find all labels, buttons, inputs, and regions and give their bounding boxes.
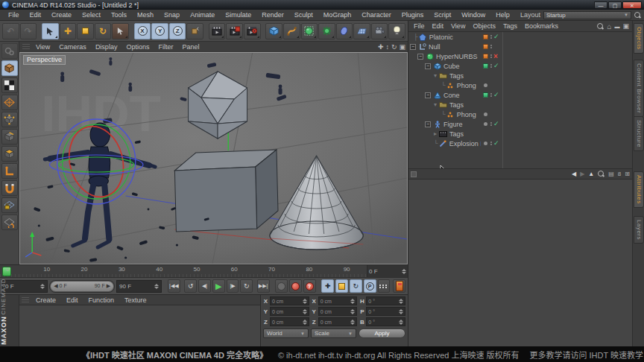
undo-button[interactable]: ↶	[2, 23, 19, 39]
attr-mode-icon[interactable]	[411, 171, 417, 177]
attr-history-icon[interactable]: 8	[618, 171, 621, 177]
view-pan-icon[interactable]: ✚	[378, 43, 384, 51]
add-light-button[interactable]	[388, 23, 405, 39]
close-button[interactable]: ✕	[622, 1, 642, 9]
size-mode-select[interactable]: Scale▼	[311, 328, 356, 338]
view-zoom-icon[interactable]: ↕	[385, 43, 389, 51]
tab-content-browser[interactable]: Content Browser	[634, 60, 644, 117]
snap-magnet-button[interactable]	[1, 180, 18, 196]
workplane-rotate-button[interactable]	[1, 215, 18, 230]
attribute-manager-body[interactable]	[408, 180, 632, 346]
object-manager-menu-item[interactable]: Tags	[499, 22, 521, 30]
coordinate-system-button[interactable]	[186, 23, 203, 39]
attr-search-icon[interactable]	[598, 171, 604, 177]
size-z-field[interactable]: 0 cm	[318, 317, 358, 326]
last-tool-button[interactable]	[112, 23, 129, 39]
pos-z-field[interactable]: 0 cm	[270, 317, 309, 326]
material-menu-item[interactable]: Texture	[119, 296, 152, 304]
menu-item[interactable]: Help	[490, 10, 515, 20]
add-hypernurbs-button[interactable]	[301, 23, 318, 39]
tab-layers[interactable]: Layers	[634, 216, 644, 244]
edges-mode-button[interactable]	[1, 129, 18, 145]
layout-select[interactable]: Startup▼	[543, 11, 631, 19]
add-deformer-button[interactable]	[336, 23, 353, 39]
add-environment-button[interactable]	[353, 23, 370, 39]
material-menu-item[interactable]: Edit	[61, 296, 83, 304]
pos-x-field[interactable]: 0 cm	[270, 296, 309, 305]
om-home-icon[interactable]: ⌂	[607, 22, 611, 31]
state-dot[interactable]	[484, 142, 487, 145]
next-frame-button[interactable]: |▶	[227, 279, 239, 293]
menu-item[interactable]: Snap	[159, 10, 185, 20]
object-row-null[interactable]: − Null	[408, 42, 632, 51]
expander-icon[interactable]: −	[410, 44, 416, 50]
move-tool-button[interactable]: ✚	[60, 23, 77, 39]
viewport-menu-item[interactable]: Filter	[154, 43, 177, 51]
add-spline-button[interactable]	[283, 23, 300, 39]
tag-icon[interactable]	[483, 92, 488, 98]
om-search-icon[interactable]	[597, 23, 604, 30]
frame-range-slider[interactable]: ◀ 0 F90 F ▶	[49, 280, 115, 293]
menu-item[interactable]: Edit	[25, 10, 47, 20]
object-manager-menu-item[interactable]: View	[447, 22, 469, 30]
workplane-lock-button[interactable]	[1, 197, 18, 213]
expander-icon[interactable]: −	[425, 92, 431, 98]
tab-structure[interactable]: Structure	[634, 116, 644, 151]
previous-frame-button[interactable]: ◀|	[198, 279, 211, 293]
play-backwards-button[interactable]: ↺	[184, 279, 197, 293]
om-filter-icon[interactable]: ▣	[622, 22, 629, 30]
minimize-button[interactable]: —	[594, 1, 607, 9]
menu-item[interactable]: MoGraph	[318, 10, 357, 20]
viewport-menu-item[interactable]: Options	[121, 43, 154, 51]
search-icon[interactable]	[634, 12, 641, 19]
maximize-button[interactable]: ▢	[608, 1, 622, 9]
workplane-mode-button[interactable]	[1, 95, 18, 110]
rotate-tool-button[interactable]: ↻	[95, 23, 112, 39]
object-row-hypernurbs[interactable]: − HyperNURBS ×	[408, 51, 632, 61]
material-menu-item[interactable]: Function	[83, 296, 120, 304]
tags-folder-row[interactable]: ▾ Tags	[408, 100, 632, 109]
viewport-menu-item[interactable]: Cameras	[54, 43, 91, 51]
attr-forward-icon[interactable]: ▶	[580, 171, 584, 177]
material-menu-item[interactable]: Create	[31, 296, 61, 304]
expander-icon[interactable]: −	[425, 63, 431, 69]
scale-tool-button[interactable]	[77, 23, 94, 39]
state-dot[interactable]	[484, 112, 487, 116]
add-cube-primitive-button[interactable]	[265, 23, 282, 39]
menu-item[interactable]: Tools	[106, 10, 132, 20]
menu-item[interactable]: Script	[429, 10, 456, 20]
attr-back-icon[interactable]: ◀	[572, 171, 576, 177]
attr-new-window-icon[interactable]: ⊞	[625, 171, 630, 177]
material-list-area[interactable]	[19, 305, 260, 346]
tag-icon[interactable]	[483, 63, 488, 69]
object-row-explosion-fx[interactable]: └ Explosion FX ✓	[408, 139, 632, 148]
view-toggle-icon[interactable]: ▣	[399, 43, 405, 51]
tag-icon[interactable]	[483, 54, 488, 59]
tag-icon[interactable]	[483, 34, 488, 39]
viewport-canvas[interactable]: Perspective IHDT	[19, 52, 408, 264]
object-row-phong[interactable]: └ Phong	[408, 109, 632, 119]
om-path-icon[interactable]: ▬	[614, 24, 619, 29]
texture-mode-button[interactable]	[1, 77, 18, 93]
make-editable-button[interactable]	[1, 43, 18, 59]
viewport-menu-item[interactable]: View	[31, 43, 54, 51]
viewport-menu-item[interactable]: Panel	[177, 43, 203, 51]
live-selection-button[interactable]	[42, 23, 59, 39]
menu-item[interactable]: Animate	[185, 10, 220, 20]
object-manager-menu-item[interactable]: Edit	[429, 22, 448, 30]
object-row-cone[interactable]: − Cone ✓	[408, 90, 632, 100]
keyframe-selection-button[interactable]: ?	[303, 279, 316, 293]
object-row-phong[interactable]: └ Phong	[408, 80, 632, 90]
tab-objects[interactable]: Objects	[634, 23, 644, 54]
key-scale-button[interactable]	[335, 279, 348, 293]
panel-handle-icon[interactable]	[22, 44, 30, 50]
goto-end-button[interactable]: ▶▶|	[257, 279, 270, 293]
menu-item[interactable]: Render	[256, 10, 289, 20]
record-keyframe-button[interactable]	[275, 279, 288, 293]
object-manager-menu-item[interactable]: File	[410, 22, 429, 30]
menu-item[interactable]: Select	[77, 10, 106, 20]
rot-h-field[interactable]: 0 °	[366, 296, 405, 305]
menu-item[interactable]: Create	[46, 10, 77, 20]
menu-item[interactable]: Mesh	[132, 10, 159, 20]
frame-start-field[interactable]: 0 F	[2, 280, 48, 293]
